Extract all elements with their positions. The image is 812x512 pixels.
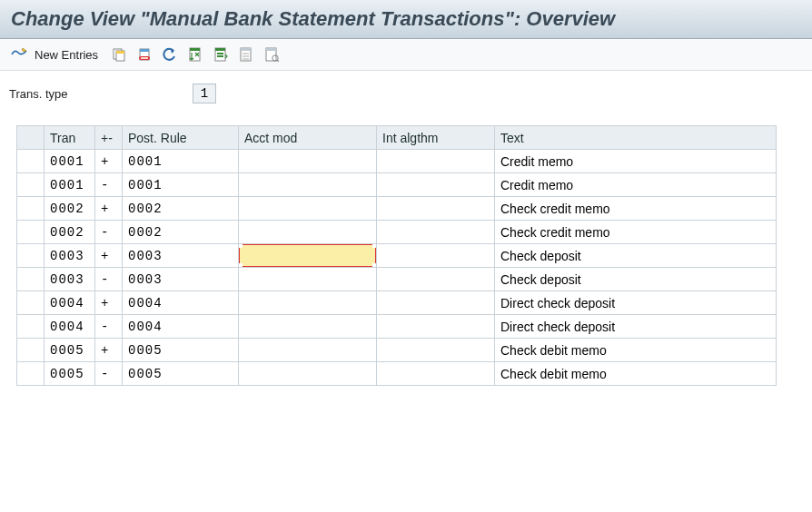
cell-sign[interactable]: +	[95, 197, 123, 221]
trans-type-field[interactable]: 1	[193, 84, 216, 103]
cell-text[interactable]: Credit memo	[495, 173, 777, 197]
col-tran[interactable]: Tran	[45, 126, 95, 150]
cell-posting-rule[interactable]: 0002	[123, 197, 239, 221]
filter-row: Trans. type 1	[0, 71, 812, 111]
cell-int-algthm[interactable]	[377, 268, 495, 291]
cell-int-algthm[interactable]	[377, 339, 495, 362]
cell-posting-rule[interactable]: 0005	[123, 362, 239, 386]
cell-tran[interactable]: 0003	[45, 268, 95, 291]
col-text[interactable]: Text	[495, 126, 777, 150]
cell-posting-rule[interactable]: 0003	[123, 244, 239, 268]
change-mode-icon[interactable]	[9, 44, 29, 64]
table-row: 0004-0004Direct check deposit	[17, 315, 777, 339]
new-entries-button[interactable]: New Entries	[35, 48, 98, 62]
cell-text[interactable]: Check deposit	[495, 268, 777, 291]
cell-text[interactable]: Credit memo	[495, 150, 777, 173]
select-all-icon[interactable]	[185, 44, 205, 64]
cell-sign[interactable]: -	[95, 221, 123, 244]
cell-int-algthm[interactable]	[377, 362, 495, 386]
trans-type-label: Trans. type	[9, 87, 182, 101]
cell-tran[interactable]: 0005	[45, 362, 95, 386]
cell-posting-rule[interactable]: 0001	[123, 173, 239, 197]
cell-acct-mod[interactable]	[239, 315, 377, 339]
cell-acct-mod[interactable]	[239, 197, 377, 221]
cell-int-algthm[interactable]	[377, 244, 495, 268]
cell-tran[interactable]: 0001	[45, 173, 95, 197]
cell-int-algthm[interactable]	[377, 291, 495, 315]
cell-sign[interactable]: +	[95, 291, 123, 315]
cell-int-algthm[interactable]	[377, 221, 495, 244]
deselect-all-icon[interactable]	[236, 44, 256, 64]
row-selector[interactable]	[17, 339, 45, 362]
cell-acct-mod[interactable]	[239, 244, 377, 268]
cell-sign[interactable]: +	[95, 339, 123, 362]
cell-tran[interactable]: 0002	[45, 221, 95, 244]
cell-int-algthm[interactable]	[377, 150, 495, 173]
cell-tran[interactable]: 0001	[45, 150, 95, 173]
cell-sign[interactable]: +	[95, 244, 123, 268]
table-row: 0004+0004Direct check deposit	[17, 291, 777, 315]
cell-sign[interactable]: -	[95, 268, 123, 291]
copy-as-icon[interactable]	[109, 44, 129, 64]
cell-tran[interactable]: 0002	[45, 197, 95, 221]
col-posting-rule[interactable]: Post. Rule	[123, 126, 239, 150]
cell-sign[interactable]: -	[95, 362, 123, 386]
row-selector[interactable]	[17, 362, 45, 386]
cell-posting-rule[interactable]: 0001	[123, 150, 239, 173]
cell-posting-rule[interactable]: 0004	[123, 315, 239, 339]
cell-posting-rule[interactable]: 0002	[123, 221, 239, 244]
cell-acct-mod[interactable]	[239, 339, 377, 362]
cell-tran[interactable]: 0005	[45, 339, 95, 362]
svg-rect-10	[215, 48, 225, 51]
table-header-row: Tran +- Post. Rule Acct mod Int algthm T…	[17, 126, 777, 150]
cell-sign[interactable]: -	[95, 173, 123, 197]
cell-posting-rule[interactable]: 0004	[123, 291, 239, 315]
row-selector[interactable]	[17, 244, 45, 268]
row-selector[interactable]	[17, 268, 45, 291]
cell-text[interactable]: Check debit memo	[495, 362, 777, 386]
row-selector[interactable]	[17, 150, 45, 173]
table-row: 0002-0002Check credit memo	[17, 221, 777, 244]
cell-acct-mod[interactable]	[239, 268, 377, 291]
col-int-algthm[interactable]: Int algthm	[377, 126, 495, 150]
row-selector[interactable]	[17, 221, 45, 244]
col-sign[interactable]: +-	[95, 126, 123, 150]
cell-acct-mod[interactable]	[239, 150, 377, 173]
cell-posting-rule[interactable]: 0005	[123, 339, 239, 362]
cell-acct-mod[interactable]	[239, 221, 377, 244]
print-config-icon[interactable]	[262, 44, 282, 64]
cell-text[interactable]: Direct check deposit	[495, 291, 777, 315]
row-selector[interactable]	[17, 173, 45, 197]
cell-acct-mod[interactable]	[239, 291, 377, 315]
cell-text[interactable]: Check debit memo	[495, 339, 777, 362]
cell-sign[interactable]: +	[95, 150, 123, 173]
svg-rect-4	[140, 49, 149, 52]
col-acct-mod[interactable]: Acct mod	[239, 126, 377, 150]
cell-text[interactable]: Check credit memo	[495, 197, 777, 221]
title-bar: Change View "Manual Bank Statement Trans…	[0, 0, 812, 39]
delete-icon[interactable]	[134, 44, 154, 64]
select-block-icon[interactable]	[211, 44, 231, 64]
cell-tran[interactable]: 0003	[45, 244, 95, 268]
table-row: 0003-0003Check deposit	[17, 268, 777, 291]
row-selector[interactable]	[17, 315, 45, 339]
svg-rect-19	[266, 48, 276, 51]
row-selector[interactable]	[17, 197, 45, 221]
cell-text[interactable]: Check deposit	[495, 244, 777, 268]
cell-int-algthm[interactable]	[377, 173, 495, 197]
cell-tran[interactable]: 0004	[45, 291, 95, 315]
cell-acct-mod[interactable]	[239, 173, 377, 197]
table-row: 0001-0001Credit memo	[17, 173, 777, 197]
row-selector[interactable]	[17, 291, 45, 315]
cell-int-algthm[interactable]	[377, 197, 495, 221]
cell-acct-mod[interactable]	[239, 362, 377, 386]
cell-int-algthm[interactable]	[377, 315, 495, 339]
col-select[interactable]	[17, 126, 45, 150]
cell-sign[interactable]: -	[95, 315, 123, 339]
cell-tran[interactable]: 0004	[45, 315, 95, 339]
cell-posting-rule[interactable]: 0003	[123, 268, 239, 291]
cell-text[interactable]: Direct check deposit	[495, 315, 777, 339]
cell-text[interactable]: Check credit memo	[495, 221, 777, 244]
svg-rect-14	[241, 48, 251, 51]
undo-icon[interactable]	[160, 44, 180, 64]
